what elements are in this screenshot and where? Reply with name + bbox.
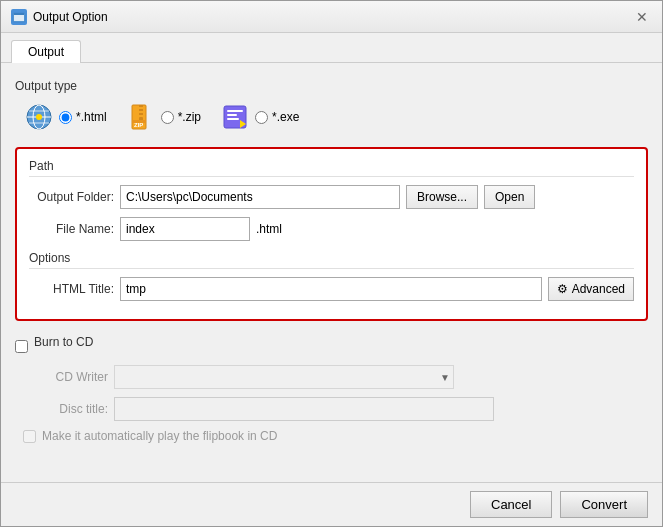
exe-icon (219, 101, 251, 133)
disc-title-label: Disc title: (23, 402, 108, 416)
close-button[interactable]: ✕ (632, 7, 652, 27)
svg-rect-18 (227, 114, 237, 116)
browse-button[interactable]: Browse... (406, 185, 478, 209)
content-area: Output type *.ht (1, 63, 662, 482)
svg-rect-12 (139, 113, 143, 115)
gear-icon: ⚙ (557, 282, 568, 296)
options-section: Options HTML Title: ⚙ Advanced (29, 251, 634, 301)
footer: Cancel Convert (1, 482, 662, 526)
disc-title-row: Disc title: (23, 397, 648, 421)
radio-exe[interactable] (255, 111, 268, 124)
html-icon (23, 101, 55, 133)
burn-section: Burn to CD CD Writer ▼ Disc title: (15, 335, 648, 451)
tabs-bar: Output (1, 33, 662, 63)
svg-rect-11 (139, 109, 143, 111)
svg-rect-10 (139, 105, 143, 107)
burn-cd-checkbox[interactable] (15, 340, 28, 353)
path-section: Path Output Folder: Browse... Open File … (29, 159, 634, 241)
svg-point-8 (36, 114, 42, 120)
open-button[interactable]: Open (484, 185, 535, 209)
output-folder-row: Output Folder: Browse... Open (29, 185, 634, 209)
zip-label: *.zip (178, 110, 201, 124)
radio-zip[interactable] (161, 111, 174, 124)
html-title-label: HTML Title: (29, 282, 114, 296)
output-folder-label: Output Folder: (29, 190, 114, 204)
file-name-label: File Name: (29, 222, 114, 236)
window-title: Output Option (33, 10, 108, 24)
path-label: Path (29, 159, 634, 177)
advanced-label: Advanced (572, 282, 625, 296)
html-title-row: HTML Title: ⚙ Advanced (29, 277, 634, 301)
cd-writer-label: CD Writer (23, 370, 108, 384)
tab-output[interactable]: Output (11, 40, 81, 63)
output-type-row: *.html ZIP (15, 101, 648, 133)
red-bordered-section: Path Output Folder: Browse... Open File … (15, 147, 648, 321)
burn-cd-label: Burn to CD (34, 335, 93, 349)
output-type-section: Output type *.ht (15, 75, 648, 137)
options-label: Options (29, 251, 634, 269)
output-type-html: *.html (23, 101, 107, 133)
html-title-input[interactable] (120, 277, 542, 301)
autoplay-row: Make it automatically play the flipbook … (23, 429, 648, 443)
disc-title-input[interactable] (114, 397, 494, 421)
main-window: Output Option ✕ Output Output type (0, 0, 663, 527)
output-type-zip: ZIP *.zip (125, 101, 201, 133)
output-type-label: Output type (15, 79, 648, 93)
title-bar-left: Output Option (11, 9, 108, 25)
output-folder-input[interactable] (120, 185, 400, 209)
file-ext-label: .html (256, 222, 282, 236)
autoplay-label: Make it automatically play the flipbook … (42, 429, 277, 443)
burn-cd-row: Burn to CD (15, 335, 648, 357)
title-bar: Output Option ✕ (1, 1, 662, 33)
exe-label: *.exe (272, 110, 299, 124)
cancel-button[interactable]: Cancel (470, 491, 552, 518)
svg-rect-19 (227, 118, 239, 120)
file-name-row: File Name: .html (29, 217, 634, 241)
file-name-input[interactable] (120, 217, 250, 241)
convert-button[interactable]: Convert (560, 491, 648, 518)
radio-html[interactable] (59, 111, 72, 124)
svg-rect-1 (14, 15, 24, 21)
output-type-exe: *.exe (219, 101, 299, 133)
svg-rect-2 (14, 13, 24, 15)
cd-writer-row: CD Writer ▼ (23, 365, 648, 389)
html-label: *.html (76, 110, 107, 124)
zip-icon: ZIP (125, 101, 157, 133)
advanced-button[interactable]: ⚙ Advanced (548, 277, 634, 301)
window-icon (11, 9, 27, 25)
cd-writer-select[interactable] (114, 365, 454, 389)
svg-rect-17 (227, 110, 243, 112)
cd-form: CD Writer ▼ Disc title: Make it automati… (15, 365, 648, 443)
cd-writer-wrapper: ▼ (114, 365, 454, 389)
svg-text:ZIP: ZIP (134, 122, 143, 128)
autoplay-checkbox[interactable] (23, 430, 36, 443)
